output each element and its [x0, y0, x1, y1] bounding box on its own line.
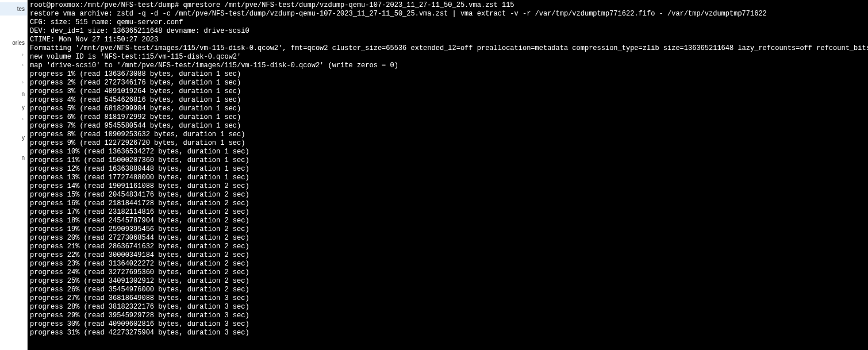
terminal-progress-line: progress 5% (read 6818299904 bytes, dura…	[30, 105, 866, 113]
sidebar-chevron[interactable]: ›	[0, 60, 27, 70]
terminal-progress-line: progress 19% (read 25909395456 bytes, du…	[30, 225, 866, 234]
terminal-progress-line: progress 9% (read 12272926720 bytes, dur…	[30, 139, 866, 148]
sidebar-chevron[interactable]: ›	[0, 77, 27, 87]
terminal-progress-line: progress 16% (read 21818441728 bytes, du…	[30, 199, 866, 208]
terminal-progress-line: progress 29% (read 39545929728 bytes, du…	[30, 311, 866, 320]
terminal-header-line: CTIME: Mon Nov 27 11:50:27 2023	[30, 36, 866, 44]
terminal-header-line: restore vma archive: zstd -q -d -c /mnt/…	[30, 10, 866, 18]
terminal-progress-line: progress 14% (read 19091161088 bytes, du…	[30, 182, 866, 191]
terminal-progress-line: progress 11% (read 15000207360 bytes, du…	[30, 156, 866, 165]
terminal-progress-line: progress 18% (read 24545787904 bytes, du…	[30, 217, 866, 225]
sidebar-item[interactable]	[0, 29, 27, 36]
terminal-progress-line: progress 8% (read 10909253632 bytes, dur…	[30, 130, 866, 139]
terminal-progress-line: progress 20% (read 27273068544 bytes, du…	[30, 234, 866, 243]
terminal-progress-line: progress 24% (read 32727695360 bytes, du…	[30, 268, 866, 277]
terminal-progress-line: progress 23% (read 31364022272 bytes, du…	[30, 260, 866, 268]
terminal-progress-line: progress 2% (read 2727346176 bytes, dura…	[30, 79, 866, 87]
terminal-progress-line: progress 6% (read 8181972992 bytes, dura…	[30, 113, 866, 122]
terminal-progress-line: progress 21% (read 28636741632 bytes, du…	[30, 243, 866, 251]
terminal-progress-line: progress 1% (read 1363673088 bytes, dura…	[30, 70, 866, 79]
sidebar-item[interactable]: ories	[0, 36, 27, 49]
sidebar-item[interactable]	[0, 22, 27, 29]
terminal-header-line: CFG: size: 515 name: qemu-server.conf	[30, 18, 866, 27]
terminal-progress-line: progress 28% (read 38182322176 bytes, du…	[30, 303, 866, 311]
terminal-progress-line: progress 13% (read 17727488000 bytes, du…	[30, 174, 866, 182]
terminal-progress-line: progress 3% (read 4091019264 bytes, dura…	[30, 87, 866, 96]
sidebar-chevron[interactable]: ›	[0, 114, 27, 124]
terminal-progress-line: progress 15% (read 20454834176 bytes, du…	[30, 191, 866, 199]
terminal-progress-line: progress 30% (read 40909602816 bytes, du…	[30, 320, 866, 329]
terminal-output[interactable]: root@proxmox:/mnt/pve/NFS-test/dump# qmr…	[28, 0, 868, 350]
terminal-progress-line: progress 7% (read 9545580544 bytes, dura…	[30, 122, 866, 130]
terminal-progress-line: progress 27% (read 36818649088 bytes, du…	[30, 294, 866, 303]
terminal-header-line: Formatting '/mnt/pve/NFS-test/images/115…	[30, 44, 866, 53]
terminal-progress-line: progress 12% (read 16363880448 bytes, du…	[30, 165, 866, 174]
terminal-header-line: map 'drive-scsi0' to '/mnt/pve/NFS-test/…	[30, 61, 866, 70]
sidebar-item[interactable]	[0, 16, 27, 22]
sidebar-item[interactable]	[0, 70, 27, 77]
sidebar-item[interactable]	[0, 144, 27, 151]
sidebar-item[interactable]: tes	[0, 2, 27, 16]
terminal-progress-line: progress 26% (read 35454976000 bytes, du…	[30, 286, 866, 294]
terminal-command-line: root@proxmox:/mnt/pve/NFS-test/dump# qmr…	[30, 1, 866, 10]
sidebar-item[interactable]: y	[0, 131, 27, 144]
terminal-progress-line: progress 25% (read 34091302912 bytes, du…	[30, 277, 866, 286]
terminal-header-line: new volume ID is 'NFS-test:115/vm-115-di…	[30, 53, 866, 61]
sidebar-item[interactable]: n	[0, 87, 27, 101]
terminal-progress-line: progress 17% (read 23182114816 bytes, du…	[30, 208, 866, 217]
terminal-progress-line: progress 31% (read 42273275904 bytes, du…	[30, 329, 866, 337]
terminal-progress-line: progress 10% (read 13636534272 bytes, du…	[30, 148, 866, 156]
sidebar-chevron[interactable]: ›	[0, 49, 27, 60]
terminal-progress-line: progress 22% (read 30000349184 bytes, du…	[30, 251, 866, 260]
sidebar-item[interactable]: y	[0, 101, 27, 114]
sidebar: tesories›››ny›yn	[0, 0, 28, 350]
sidebar-item[interactable]	[0, 124, 27, 131]
sidebar-item[interactable]: n	[0, 151, 27, 164]
terminal-header-line: DEV: dev_id=1 size: 136365211648 devname…	[30, 27, 866, 36]
terminal-progress-line: progress 4% (read 5454626816 bytes, dura…	[30, 96, 866, 105]
